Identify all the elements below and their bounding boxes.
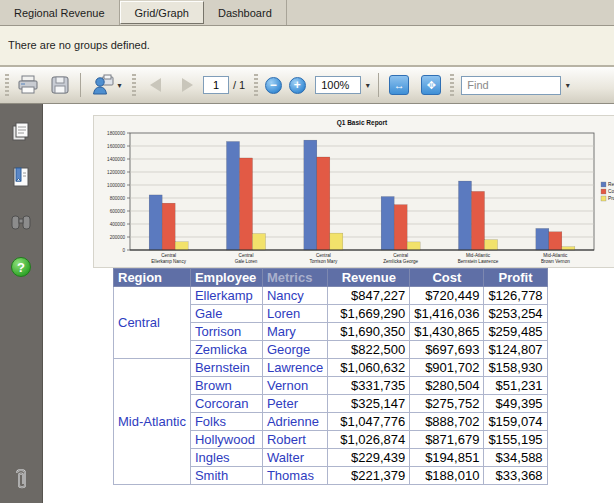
employee-last-cell[interactable]: Ellerkamp (190, 287, 262, 305)
x-axis-employee-label: Ellerkamp Nancy (151, 259, 186, 264)
bar-cost-4[interactable] (472, 191, 485, 250)
bar-profit-3[interactable] (407, 242, 420, 250)
employee-first-cell[interactable]: Walter (262, 449, 327, 467)
zoom-in-button[interactable]: + (285, 70, 309, 100)
tab-grid-graph[interactable]: Grid/Graph (120, 1, 204, 24)
employee-last-cell[interactable]: Hollywood (190, 431, 262, 449)
employee-first-cell[interactable]: Loren (262, 305, 327, 323)
find-input[interactable]: Find (461, 76, 561, 95)
previous-page-button[interactable] (139, 70, 171, 100)
bar-profit-0[interactable] (175, 242, 188, 250)
toolbar-grip[interactable] (450, 74, 454, 96)
employee-first-cell[interactable]: George (262, 341, 327, 359)
employee-last-cell[interactable]: Gale (190, 305, 262, 323)
revenue-cell: $229,439 (328, 449, 410, 467)
grid-header-revenue[interactable]: Revenue (328, 269, 410, 287)
help-button[interactable]: ? (7, 253, 35, 281)
viewer-sidebar: ? (0, 104, 43, 503)
cost-cell: $901,702 (410, 359, 484, 377)
employee-last-cell[interactable]: Ingles (190, 449, 262, 467)
employee-last-cell[interactable]: Smith (190, 467, 262, 485)
bar-revenue-4[interactable] (459, 181, 472, 250)
report-chart: Q1 Basic Report0200000400000600000800000… (93, 115, 614, 268)
y-axis-tick-label: 0 (122, 248, 125, 253)
x-axis-region-label: Central (393, 253, 408, 258)
bar-cost-0[interactable] (162, 203, 175, 250)
tab-regional-revenue[interactable]: Regional Revenue (0, 0, 120, 25)
bar-revenue-0[interactable] (149, 195, 162, 250)
grid-header-region[interactable]: Region (114, 269, 191, 287)
employee-first-cell[interactable]: Vernon (262, 377, 327, 395)
region-cell[interactable]: Mid-Atlantic (114, 359, 191, 485)
tab-dashboard[interactable]: Dashboard (204, 0, 287, 25)
cost-cell: $188,010 (410, 467, 484, 485)
y-axis-tick-label: 1800000 (107, 131, 125, 136)
cost-cell: $697,693 (410, 341, 484, 359)
profit-cell: $51,231 (484, 377, 547, 395)
cost-cell: $275,752 (410, 395, 484, 413)
bookmarks-button[interactable] (7, 163, 35, 191)
next-page-button[interactable] (171, 70, 203, 100)
bar-profit-2[interactable] (330, 233, 343, 250)
employee-first-cell[interactable]: Lawrence (262, 359, 327, 377)
fit-width-icon: ↔ (389, 75, 409, 95)
zoom-level-dropdown-arrow[interactable]: ▾ (361, 76, 374, 95)
employee-first-cell[interactable]: Adrienne (262, 413, 327, 431)
grid-header-cost[interactable]: Cost (410, 269, 484, 287)
employee-first-cell[interactable]: Thomas (262, 467, 327, 485)
employee-first-cell[interactable]: Peter (262, 395, 327, 413)
bar-revenue-2[interactable] (304, 140, 317, 250)
bar-revenue-1[interactable] (227, 141, 240, 250)
zoom-level-select[interactable]: 100% (315, 76, 361, 94)
bar-cost-1[interactable] (240, 158, 253, 250)
bar-cost-2[interactable] (317, 157, 330, 250)
export-button[interactable]: ▾ (85, 70, 129, 100)
y-axis-tick-label: 600000 (110, 209, 126, 214)
bar-revenue-5[interactable] (536, 228, 549, 250)
fit-page-button[interactable]: ✥ (415, 70, 447, 100)
bar-cost-5[interactable] (549, 232, 562, 250)
grid-header-employee[interactable]: Employee (190, 269, 262, 287)
tab-bar: Regional Revenue Grid/Graph Dashboard (0, 0, 614, 26)
employee-last-cell[interactable]: Zemlicka (190, 341, 262, 359)
employee-last-cell[interactable]: Folks (190, 413, 262, 431)
revenue-cell: $331,735 (328, 377, 410, 395)
attachments-button[interactable] (7, 465, 35, 493)
page-number-input[interactable] (203, 76, 229, 94)
toolbar-grip[interactable] (5, 74, 9, 96)
employee-first-cell[interactable]: Nancy (262, 287, 327, 305)
print-button[interactable] (12, 70, 44, 100)
x-axis-region-label: Mid-Atlantic (466, 253, 491, 258)
x-axis-region-label: Mid-Atlantic (543, 253, 568, 258)
bar-revenue-3[interactable] (381, 197, 394, 250)
find-dropdown-arrow[interactable]: ▾ (561, 76, 574, 95)
revenue-cell: $1,669,290 (328, 305, 410, 323)
save-button[interactable] (44, 70, 76, 100)
bar-profit-4[interactable] (485, 240, 498, 250)
fit-width-button[interactable]: ↔ (383, 70, 415, 100)
bar-profit-1[interactable] (253, 234, 266, 250)
employee-last-cell[interactable]: Bernstein (190, 359, 262, 377)
toolbar-grip[interactable] (254, 74, 258, 96)
revenue-cell: $1,026,874 (328, 431, 410, 449)
toolbar-grip[interactable] (132, 74, 136, 96)
employee-first-cell[interactable]: Robert (262, 431, 327, 449)
grid-header-metrics[interactable]: Metrics (262, 269, 327, 287)
bar-cost-3[interactable] (394, 205, 407, 250)
export-dropdown-arrow[interactable]: ▾ (117, 81, 121, 90)
find-placeholder: Find (467, 79, 488, 91)
bar-chart[interactable]: Q1 Basic Report0200000400000600000800000… (94, 116, 614, 267)
zoom-out-button[interactable]: − (261, 70, 285, 100)
employee-last-cell[interactable]: Corcoran (190, 395, 262, 413)
region-cell[interactable]: Central (114, 287, 191, 359)
employee-last-cell[interactable]: Torrison (190, 323, 262, 341)
page-thumbnails-button[interactable] (7, 118, 35, 146)
revenue-cell: $221,379 (328, 467, 410, 485)
x-axis-employee-label: Gale Loren (235, 259, 258, 264)
legend-label-profit: Profit (608, 196, 614, 201)
search-results-button[interactable] (7, 208, 35, 236)
grid-header-profit[interactable]: Profit (484, 269, 547, 287)
employee-first-cell[interactable]: Mary (262, 323, 327, 341)
employee-last-cell[interactable]: Brown (190, 377, 262, 395)
report-page: Q1 Basic Report0200000400000600000800000… (43, 104, 614, 503)
